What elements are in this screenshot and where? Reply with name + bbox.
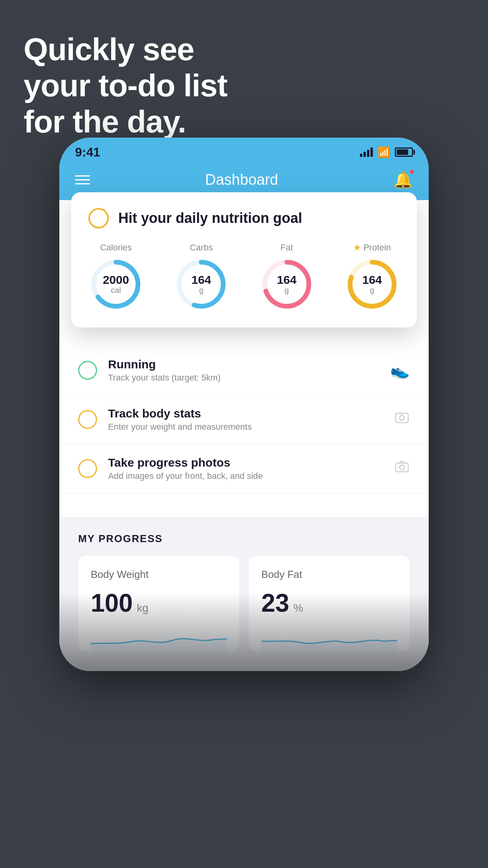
svg-point-9	[400, 416, 404, 420]
status-time: 9:41	[75, 145, 100, 160]
nutrition-calories: Calories 2000 cal	[88, 243, 143, 312]
shoe-icon: 👟	[390, 361, 410, 380]
todo-section: Running Track your stats (target: 5km) 👟…	[59, 346, 429, 517]
check-circle[interactable]	[88, 208, 109, 228]
bell-button[interactable]: 🔔	[393, 171, 413, 189]
headline-line1: Quickly see	[24, 31, 227, 68]
body-fat-card: Body Fat 23 %	[249, 556, 410, 651]
headline-line2: your to-do list	[24, 68, 227, 104]
nutrition-card: Hit your daily nutrition goal Calories 2…	[71, 192, 417, 327]
nutrition-row: Calories 2000 cal Carbs	[88, 243, 400, 312]
todo-body-stats-circle	[78, 410, 97, 429]
calories-circle: 2000 cal	[88, 257, 143, 312]
body-weight-title: Body Weight	[91, 568, 227, 581]
hamburger-line	[75, 179, 90, 180]
card-title: Hit your daily nutrition goal	[118, 210, 302, 226]
progress-cards: Body Weight 100 kg Body Fat	[78, 556, 410, 651]
todo-photos-text: Take progress photos Add images of your …	[108, 456, 383, 481]
todo-body-stats[interactable]: Track body stats Enter your weight and m…	[59, 395, 429, 444]
nutrition-fat: Fat 164 g	[259, 243, 314, 312]
carbs-circle: 164 g	[174, 257, 229, 312]
body-weight-unit: kg	[137, 602, 149, 614]
todo-photos-title: Take progress photos	[108, 456, 383, 469]
body-fat-value: 23	[261, 589, 289, 617]
carbs-label: Carbs	[190, 243, 213, 253]
todo-running-circle	[78, 361, 97, 380]
nutrition-protein: ★ Protein 164 g	[345, 243, 400, 312]
svg-point-12	[400, 465, 404, 470]
photo-icon	[394, 459, 410, 478]
progress-heading: MY PROGRESS	[78, 533, 410, 545]
svg-rect-11	[396, 463, 408, 472]
hamburger-line	[75, 175, 90, 177]
todo-body-stats-text: Track body stats Enter your weight and m…	[108, 407, 383, 432]
calories-label: Calories	[100, 243, 132, 253]
body-fat-title: Body Fat	[261, 568, 397, 581]
card-header: Hit your daily nutrition goal	[88, 208, 400, 228]
todo-running-subtitle: Track your stats (target: 5km)	[108, 373, 379, 383]
menu-button[interactable]	[75, 175, 90, 184]
spacer	[59, 493, 429, 517]
body-weight-card: Body Weight 100 kg	[78, 556, 239, 651]
calories-text: 2000 cal	[103, 274, 129, 295]
wifi-icon: 📶	[378, 146, 390, 158]
todo-photos-subtitle: Add images of your front, back, and side	[108, 471, 383, 481]
body-fat-chart	[261, 624, 397, 651]
star-icon: ★	[353, 243, 361, 253]
body-fat-value-row: 23 %	[261, 588, 397, 618]
status-icons: 📶	[360, 146, 413, 158]
todo-running-title: Running	[108, 358, 379, 371]
body-fat-unit: %	[294, 602, 303, 614]
protein-circle: 164 g	[345, 257, 400, 312]
carbs-text: 164 g	[191, 274, 211, 295]
notification-dot	[409, 169, 415, 175]
battery-icon	[395, 147, 413, 157]
protein-text: 164 g	[362, 274, 382, 295]
todo-body-stats-title: Track body stats	[108, 407, 383, 420]
signal-icon	[360, 147, 373, 157]
todo-photos-circle	[78, 459, 97, 478]
main-content: THINGS TO DO TODAY Hit your daily nutrit…	[59, 200, 429, 671]
headline-line3: for the day.	[24, 104, 227, 140]
todo-running-text: Running Track your stats (target: 5km)	[108, 358, 379, 383]
nav-title: Dashboard	[205, 171, 278, 188]
progress-section: MY PROGRESS Body Weight 100 kg	[59, 517, 429, 671]
phone-mockup: 9:41 📶 Dashboard 🔔 TH	[59, 138, 429, 671]
protein-label: ★ Protein	[353, 243, 391, 253]
todo-photos[interactable]: Take progress photos Add images of your …	[59, 444, 429, 493]
fat-text: 164 g	[277, 274, 297, 295]
body-weight-value-row: 100 kg	[91, 588, 227, 618]
todo-running[interactable]: Running Track your stats (target: 5km) 👟	[59, 346, 429, 395]
headline: Quickly see your to-do list for the day.	[24, 31, 227, 140]
body-weight-chart	[91, 624, 227, 651]
nutrition-carbs: Carbs 164 g	[174, 243, 229, 312]
fat-circle: 164 g	[259, 257, 314, 312]
scale-icon	[394, 410, 410, 429]
hamburger-line	[75, 183, 90, 184]
fat-label: Fat	[281, 243, 293, 253]
status-bar: 9:41 📶	[59, 138, 429, 163]
body-weight-value: 100	[91, 589, 133, 617]
todo-body-stats-subtitle: Enter your weight and measurements	[108, 422, 383, 432]
